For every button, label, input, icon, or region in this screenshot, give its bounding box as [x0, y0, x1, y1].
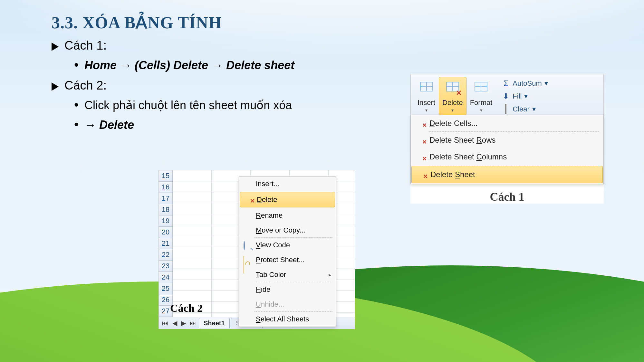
sigma-icon: Σ: [502, 79, 510, 88]
blank-icon: [244, 271, 252, 278]
ribbon-clear-button[interactable]: Clear ▾: [502, 105, 548, 114]
row-header[interactable]: 16: [159, 182, 173, 193]
menu-item-label: Delete: [257, 195, 277, 204]
spreadsheet-grid: 15 16 17 18 19 20 21 22 23 24 25 26 27 I…: [159, 170, 355, 317]
ribbon-insert-button[interactable]: Insert ▾: [414, 77, 439, 115]
dropdown-arrow-icon[interactable]: ▾: [470, 108, 493, 113]
menu-item-unhide: Unhide...: [239, 297, 336, 312]
ribbon-button-label: AutoSum: [513, 79, 542, 88]
format-cells-icon: [473, 82, 489, 97]
delete-cells-icon: ✕: [445, 82, 460, 97]
bullet-icon: [52, 43, 59, 51]
menu-item-delete-sheet[interactable]: ✕ Delete Sheet: [411, 166, 603, 183]
tab-nav-last-icon[interactable]: ⏭: [188, 319, 197, 327]
row-header[interactable]: 24: [159, 272, 173, 283]
bullet-icon: [52, 82, 59, 91]
menu-item-view-code[interactable]: View Code: [239, 238, 336, 252]
menu-item-label: Delete Sheet Columns: [429, 152, 507, 161]
bullet-icon: •: [74, 118, 79, 131]
menu-item-hide[interactable]: Hide: [239, 282, 336, 297]
row-header[interactable]: 25: [159, 283, 173, 294]
row-header-column: 15 16 17 18 19 20 21 22 23 24 25 26 27: [159, 170, 173, 317]
view-code-icon: [244, 242, 252, 249]
menu-item-label: Select All Sheets: [256, 315, 309, 323]
ribbon-format-button[interactable]: Format ▾: [466, 77, 496, 115]
eraser-icon: [502, 105, 510, 114]
ribbon-editing-group: Σ AutoSum ▾ ⬇ Fill ▾ Clear ▾: [502, 77, 548, 114]
menu-item-select-all-sheets[interactable]: Select All Sheets: [239, 312, 336, 327]
menu-item-delete-columns[interactable]: ✕ Delete Sheet Columns: [411, 148, 603, 165]
row-header[interactable]: 23: [159, 261, 173, 272]
tab-nav-next-icon[interactable]: ▶: [180, 319, 187, 327]
insert-cells-icon: [419, 82, 434, 97]
fill-down-icon: ⬇: [502, 92, 510, 101]
menu-item-label: Delete Sheet Rows: [429, 136, 495, 145]
blank-icon: [244, 286, 252, 293]
bullet-text: Cách 2:: [64, 79, 107, 92]
slide-title: 3.3. XÓA BẢNG TÍNH: [52, 13, 599, 32]
tab-nav-prev-icon[interactable]: ◀: [171, 319, 178, 327]
ribbon-button-label: Insert: [418, 99, 435, 107]
menu-item-label: Protect Sheet...: [256, 256, 305, 264]
menu-item-label: Delete Sheet: [430, 170, 475, 179]
menu-item-rename[interactable]: Rename: [239, 208, 336, 223]
menu-item-delete-cells[interactable]: ✕ Delete Cells...: [411, 115, 603, 132]
dropdown-arrow-icon[interactable]: ▾: [544, 79, 548, 88]
dropdown-arrow-icon[interactable]: ▾: [524, 92, 528, 100]
dropdown-arrow-icon[interactable]: ▾: [418, 108, 435, 113]
row-header[interactable]: 18: [159, 204, 173, 215]
menu-item-label: Unhide...: [256, 300, 284, 309]
figure-caption-right: Cách 1: [410, 190, 604, 204]
row-header[interactable]: 17: [159, 193, 173, 204]
dropdown-arrow-icon[interactable]: ▾: [442, 108, 463, 113]
blank-icon: [244, 227, 252, 234]
bullet-icon: •: [74, 58, 79, 71]
menu-item-label: Delete Cells...: [429, 119, 477, 128]
menu-item-label: Rename: [256, 211, 283, 220]
delete-rows-icon: ✕: [415, 136, 425, 144]
row-header[interactable]: 19: [159, 215, 173, 227]
insert-sheet-icon: [244, 180, 252, 187]
menu-item-move-copy[interactable]: Move or Copy...: [239, 223, 336, 238]
tab-nav-first-icon[interactable]: ⏮: [161, 319, 170, 327]
bullet-text: Cách 1:: [64, 39, 107, 52]
blank-icon: [244, 212, 252, 219]
row-header[interactable]: 21: [159, 238, 173, 249]
ribbon-delete-button[interactable]: ✕ Delete ▾: [439, 77, 466, 115]
ribbon-fill-button[interactable]: ⬇ Fill ▾: [502, 92, 548, 101]
delete-sheet-icon: ✕: [245, 196, 253, 203]
bullet-text: Click phải chuột lên tên sheet muốn xóa: [84, 99, 292, 112]
bullet-cach-1: Cách 1:: [52, 39, 599, 52]
menu-item-tab-color[interactable]: Tab Color ▸: [239, 267, 336, 282]
delete-columns-icon: ✕: [415, 153, 425, 161]
bullet-text: → Delete: [84, 118, 134, 132]
ribbon-button-label: Format: [470, 99, 493, 107]
bullet-text: Home → (Cells) Delete → Delete sheet: [84, 59, 294, 72]
submenu-arrow-icon: ▸: [329, 272, 331, 278]
menu-item-label: Move or Copy...: [256, 226, 305, 234]
ribbon-button-label: Fill: [513, 92, 522, 100]
sheet-context-menu: Insert... ✕ Delete Rename Move or Copy..…: [239, 176, 336, 327]
ribbon-autosum-button[interactable]: Σ AutoSum ▾: [502, 79, 548, 88]
lock-icon: [244, 256, 252, 263]
figure-caption-left: Cách 2: [170, 302, 203, 314]
dropdown-arrow-icon[interactable]: ▾: [532, 105, 536, 113]
menu-item-protect-sheet[interactable]: Protect Sheet...: [239, 252, 336, 267]
row-header[interactable]: 15: [159, 170, 173, 182]
ribbon-button-label: Clear: [513, 105, 530, 113]
row-header[interactable]: 20: [159, 227, 173, 238]
menu-item-label: Hide: [256, 285, 270, 294]
blank-icon: [244, 301, 252, 308]
row-header[interactable]: 22: [159, 249, 173, 261]
menu-item-label: Tab Color: [256, 271, 286, 279]
bullet-cach-1-step: • Home → (Cells) Delete → Delete sheet: [74, 58, 599, 72]
figure-ribbon-delete: Insert ▾ ✕ Delete ▾ Format ▾ Σ AutoSum ▾: [410, 74, 604, 204]
menu-item-label: Insert...: [256, 180, 279, 188]
sheet-tab-active[interactable]: Sheet1: [199, 318, 230, 328]
ribbon-button-label: Delete: [442, 99, 463, 107]
menu-item-delete-rows[interactable]: ✕ Delete Sheet Rows: [411, 132, 603, 148]
delete-cells-icon: ✕: [415, 119, 425, 128]
menu-item-insert[interactable]: Insert...: [239, 176, 336, 191]
bullet-icon: •: [74, 98, 79, 111]
menu-item-delete[interactable]: ✕ Delete: [240, 192, 335, 207]
